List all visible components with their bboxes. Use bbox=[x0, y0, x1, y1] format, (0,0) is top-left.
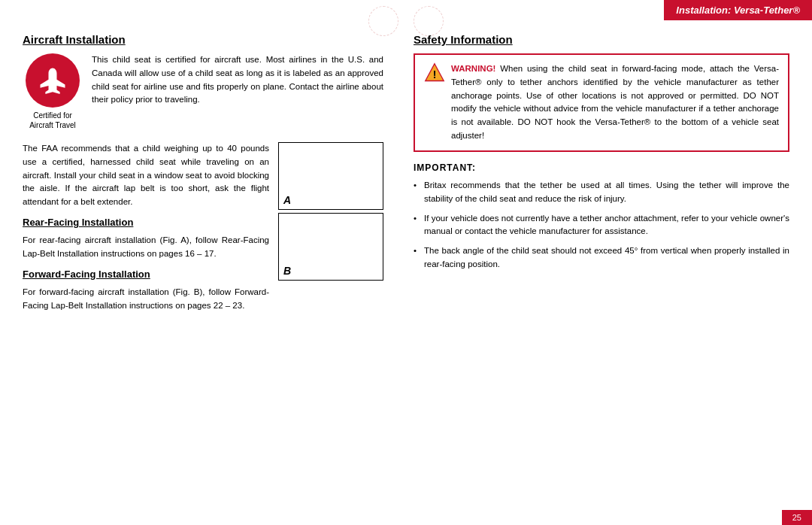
page-number: 25 bbox=[782, 510, 812, 525]
important-bullets: Britax recommends that the tether be use… bbox=[414, 179, 789, 272]
faa-text: The FAA recommends that a child weighing… bbox=[23, 142, 269, 317]
main-content: Aircraft Installation Certified for Airc… bbox=[0, 21, 812, 510]
warning-text: WARNING! When using the child seat in fo… bbox=[451, 62, 779, 143]
left-column: Aircraft Installation Certified for Airc… bbox=[0, 21, 398, 510]
aircraft-installation-heading: Aircraft Installation bbox=[23, 33, 383, 46]
warning-box: ! WARNING! When using the child seat in … bbox=[414, 53, 789, 152]
faa-section: The FAA recommends that a child weighing… bbox=[23, 142, 383, 317]
svg-text:!: ! bbox=[433, 68, 437, 80]
rear-facing-heading: Rear-Facing Installation bbox=[23, 215, 269, 230]
figure-a-label: A bbox=[283, 194, 291, 206]
important-label: IMPORTANT: bbox=[414, 162, 789, 173]
warning-icon: ! bbox=[424, 62, 445, 86]
figure-a-box: A bbox=[278, 142, 383, 210]
certified-text: Certified for Aircraft Travel bbox=[29, 111, 76, 130]
right-column: Safety Information ! WARNING! When using… bbox=[398, 21, 812, 510]
header-title: Installation: Versa-Tether® bbox=[676, 5, 800, 16]
aircraft-icon-block: Certified for Aircraft Travel bbox=[23, 53, 83, 130]
rear-facing-text: For rear-facing aircraft installation (F… bbox=[23, 234, 269, 261]
bullet-item-2: If your vehicle does not currently have … bbox=[414, 212, 789, 239]
header-bar: Installation: Versa-Tether® bbox=[664, 0, 812, 20]
figure-b-label: B bbox=[283, 265, 291, 277]
aircraft-circle bbox=[26, 53, 80, 108]
figures-block: A B bbox=[278, 142, 383, 317]
aircraft-intro: Certified for Aircraft Travel This child… bbox=[23, 53, 383, 130]
safety-information-heading: Safety Information bbox=[414, 33, 789, 46]
forward-facing-text: For forward-facing aircraft installation… bbox=[23, 286, 269, 313]
figure-b-box: B bbox=[278, 213, 383, 281]
bullet-item-3: The back angle of the child seat should … bbox=[414, 244, 789, 272]
aircraft-description: This child seat is certified for aircraf… bbox=[92, 53, 383, 130]
warning-label: WARNING! bbox=[451, 64, 495, 73]
bullet-item-1: Britax recommends that the tether be use… bbox=[414, 179, 789, 206]
triangle-warning-icon: ! bbox=[424, 62, 445, 83]
airplane-icon bbox=[36, 64, 69, 97]
forward-facing-heading: Forward-Facing Installation bbox=[23, 267, 269, 282]
warning-body: When using the child seat in forward-fac… bbox=[451, 64, 779, 140]
